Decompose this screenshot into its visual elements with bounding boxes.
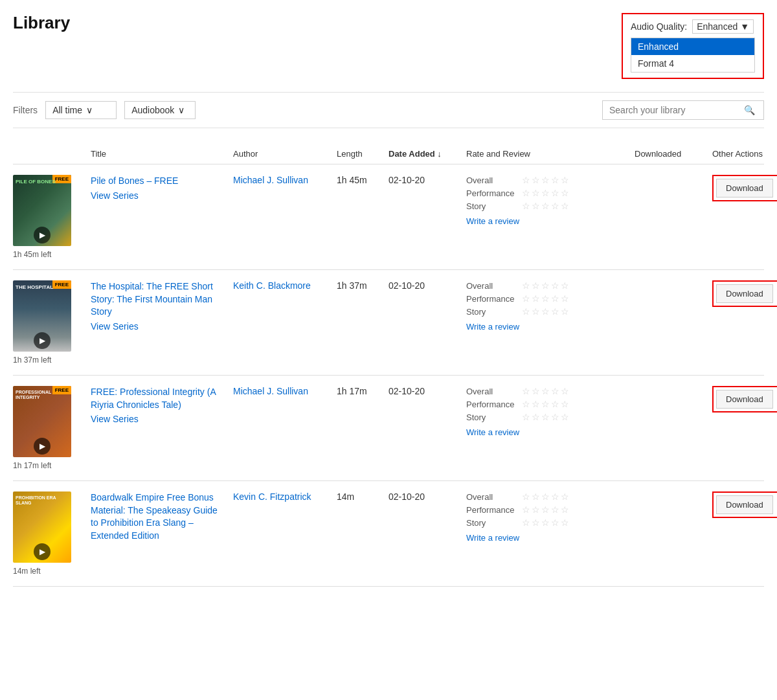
star-icon[interactable]: ☆ xyxy=(561,306,569,317)
table-header: Title Author Length Date Added ↓ Rate an… xyxy=(13,144,764,164)
download-button[interactable]: Download xyxy=(716,495,773,514)
star-icon[interactable]: ☆ xyxy=(532,280,540,291)
star-icon[interactable]: ☆ xyxy=(522,280,530,291)
star-icon[interactable]: ☆ xyxy=(541,412,550,422)
star-icon[interactable]: ☆ xyxy=(522,491,530,502)
book-title-link[interactable]: FREE: Professional Integrity (A Riyria C… xyxy=(91,386,227,411)
star-icon[interactable]: ☆ xyxy=(561,188,569,198)
write-review-link[interactable]: Write a review xyxy=(466,216,635,226)
play-button-icon[interactable]: ▶ xyxy=(34,543,51,560)
star-icon[interactable]: ☆ xyxy=(522,517,530,528)
write-review-link[interactable]: Write a review xyxy=(466,427,635,437)
star-icon[interactable]: ☆ xyxy=(541,280,550,291)
star-icon[interactable]: ☆ xyxy=(532,175,540,185)
search-input[interactable] xyxy=(609,105,739,115)
star-icon[interactable]: ☆ xyxy=(541,399,550,409)
rating-row: Overall ☆☆☆☆☆ xyxy=(466,175,635,185)
star-icon[interactable]: ☆ xyxy=(551,280,559,291)
audio-quality-dropdown[interactable]: Enhanced ▼ xyxy=(692,19,754,34)
star-icon[interactable]: ☆ xyxy=(541,386,550,396)
download-button[interactable]: Download xyxy=(716,179,773,198)
star-icon[interactable]: ☆ xyxy=(551,188,559,198)
write-review-link[interactable]: Write a review xyxy=(466,322,635,332)
star-icon[interactable]: ☆ xyxy=(532,386,540,396)
star-icon[interactable]: ☆ xyxy=(522,201,530,211)
author-link[interactable]: Michael J. Sullivan xyxy=(233,386,308,396)
view-series-link[interactable]: View Series xyxy=(91,321,139,332)
star-icon[interactable]: ☆ xyxy=(551,412,559,422)
star-icon[interactable]: ☆ xyxy=(532,293,540,304)
star-icon[interactable]: ☆ xyxy=(522,175,530,185)
star-icon[interactable]: ☆ xyxy=(561,412,569,422)
star-icon[interactable]: ☆ xyxy=(541,491,550,502)
star-icon[interactable]: ☆ xyxy=(551,491,559,502)
play-button-icon[interactable]: ▶ xyxy=(34,227,51,243)
book-cover-image[interactable]: FREE THE HOSPITAL ▶ xyxy=(13,280,71,352)
star-icon[interactable]: ☆ xyxy=(551,175,559,185)
star-icon[interactable]: ☆ xyxy=(561,201,569,211)
book-cover-col: PROHIBITION ERA SLANG ▶ 14m left xyxy=(13,491,91,576)
star-icon[interactable]: ☆ xyxy=(522,399,530,409)
star-icon[interactable]: ☆ xyxy=(551,306,559,317)
header-date-added[interactable]: Date Added ↓ xyxy=(388,149,466,159)
book-author-col: Michael J. Sullivan xyxy=(233,175,337,185)
star-icon[interactable]: ☆ xyxy=(541,188,550,198)
star-icon[interactable]: ☆ xyxy=(532,188,540,198)
star-icon[interactable]: ☆ xyxy=(522,306,530,317)
star-icon[interactable]: ☆ xyxy=(551,399,559,409)
star-icon[interactable]: ☆ xyxy=(522,412,530,422)
star-icon[interactable]: ☆ xyxy=(522,188,530,198)
star-icon[interactable]: ☆ xyxy=(532,412,540,422)
star-icon[interactable]: ☆ xyxy=(561,504,569,515)
star-icon[interactable]: ☆ xyxy=(561,280,569,291)
star-icon[interactable]: ☆ xyxy=(541,504,550,515)
time-filter-dropdown[interactable]: All time ∨ xyxy=(45,101,117,119)
star-icon[interactable]: ☆ xyxy=(551,293,559,304)
star-icon[interactable]: ☆ xyxy=(541,306,550,317)
star-icon[interactable]: ☆ xyxy=(561,399,569,409)
star-icon[interactable]: ☆ xyxy=(532,504,540,515)
book-cover-image[interactable]: FREE PILE OF BONES ▶ xyxy=(13,175,71,246)
audio-quality-option-enhanced[interactable]: Enhanced xyxy=(631,38,754,55)
star-icon[interactable]: ☆ xyxy=(551,386,559,396)
book-cover-image[interactable]: FREE PROFESSIONAL INTEGRITY ▶ xyxy=(13,386,71,457)
star-icon[interactable]: ☆ xyxy=(541,517,550,528)
star-icon[interactable]: ☆ xyxy=(561,517,569,528)
download-button[interactable]: Download xyxy=(716,390,773,409)
book-cover-image[interactable]: PROHIBITION ERA SLANG ▶ xyxy=(13,491,71,563)
star-icon[interactable]: ☆ xyxy=(532,201,540,211)
star-icon[interactable]: ☆ xyxy=(561,491,569,502)
star-icon[interactable]: ☆ xyxy=(561,293,569,304)
book-title-link[interactable]: The Hospital: The FREE Short Story: The … xyxy=(91,280,227,319)
view-series-link[interactable]: View Series xyxy=(91,190,139,201)
audio-quality-option-format4[interactable]: Format 4 xyxy=(631,55,754,72)
author-link[interactable]: Keith C. Blackmore xyxy=(233,280,311,291)
type-filter-dropdown[interactable]: Audiobook ∨ xyxy=(124,101,196,119)
star-icon[interactable]: ☆ xyxy=(541,201,550,211)
star-icon[interactable]: ☆ xyxy=(522,386,530,396)
star-icon[interactable]: ☆ xyxy=(541,293,550,304)
star-icon[interactable]: ☆ xyxy=(551,517,559,528)
star-icon[interactable]: ☆ xyxy=(551,201,559,211)
star-icon[interactable]: ☆ xyxy=(561,386,569,396)
star-icon[interactable]: ☆ xyxy=(532,306,540,317)
play-button-icon[interactable]: ▶ xyxy=(34,438,51,455)
star-icon[interactable]: ☆ xyxy=(532,517,540,528)
view-series-link[interactable]: View Series xyxy=(91,414,139,424)
play-button-icon[interactable]: ▶ xyxy=(34,332,51,349)
star-icon[interactable]: ☆ xyxy=(532,491,540,502)
star-icon[interactable]: ☆ xyxy=(561,175,569,185)
star-icon[interactable]: ☆ xyxy=(551,504,559,515)
write-review-link[interactable]: Write a review xyxy=(466,533,635,543)
star-icon[interactable]: ☆ xyxy=(522,504,530,515)
book-author-col: Keith C. Blackmore xyxy=(233,280,337,291)
download-button[interactable]: Download xyxy=(716,284,773,303)
star-icon[interactable]: ☆ xyxy=(532,399,540,409)
book-title-link[interactable]: Boardwalk Empire Free Bonus Material: Th… xyxy=(91,491,227,542)
author-link[interactable]: Michael J. Sullivan xyxy=(233,175,308,185)
table-row: PROHIBITION ERA SLANG ▶ 14m left Boardwa… xyxy=(13,481,764,587)
author-link[interactable]: Kevin C. Fitzpatrick xyxy=(233,491,311,502)
star-icon[interactable]: ☆ xyxy=(541,175,550,185)
star-icon[interactable]: ☆ xyxy=(522,293,530,304)
book-title-link[interactable]: Pile of Bones – FREE xyxy=(91,175,227,188)
